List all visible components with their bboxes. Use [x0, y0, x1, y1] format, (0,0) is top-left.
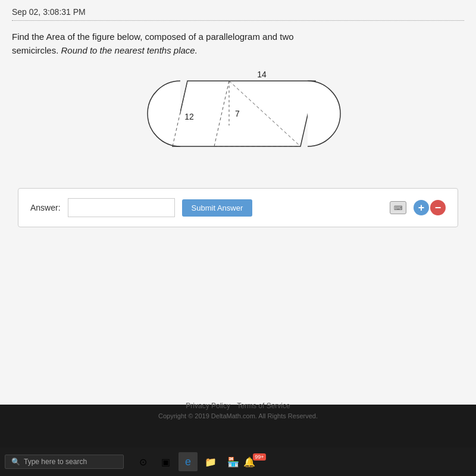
label-12: 12 — [184, 112, 194, 121]
answer-section: Answer: Submit Answer ⌨ + − — [18, 188, 458, 227]
divider — [12, 20, 464, 21]
footer: Privacy Policy Terms of Service Copyrigh… — [0, 402, 476, 419]
svg-marker-0 — [173, 81, 315, 146]
terms-of-service-link[interactable]: Terms of Service — [237, 402, 290, 410]
search-placeholder: Type here to search — [24, 458, 87, 466]
taskbar-edge-icon[interactable]: e — [178, 452, 198, 471]
footer-copyright: Copyright © 2019 DeltaMath.com. All Righ… — [0, 412, 476, 419]
taskbar-icons: ⊙ ▣ e 📁 🏪 🔔 99+ — [133, 452, 265, 471]
problem-text: Find the Area of the figure below, compo… — [12, 30, 464, 57]
submit-button[interactable]: Submit Answer — [182, 199, 253, 217]
problem-line2: semicircles. — [12, 45, 61, 55]
notification-badge: 99+ — [253, 453, 265, 461]
taskbar-notification-area[interactable]: 🔔 99+ — [246, 452, 265, 471]
answer-input[interactable] — [68, 198, 175, 217]
main-content: Sep 02, 3:08:31 PM Find the Area of the … — [0, 0, 476, 405]
taskbar: 🔍 Type here to search ⊙ ▣ e 📁 🏪 🔔 99+ — [0, 447, 476, 476]
answer-label: Answer: — [30, 203, 61, 212]
plus-minus-buttons: + − — [414, 200, 446, 215]
figure-container: 14 12 7 — [12, 69, 464, 170]
keyboard-icon[interactable]: ⌨ — [390, 201, 406, 214]
problem-line1: Find the Area of the figure below, compo… — [12, 32, 294, 42]
label-7: 7 — [235, 109, 240, 118]
privacy-policy-link[interactable]: Privacy Policy — [186, 402, 230, 410]
label-14: 14 — [257, 70, 267, 79]
figure-svg: 14 12 7 — [125, 69, 351, 170]
search-icon: 🔍 — [11, 458, 20, 466]
minus-button[interactable]: − — [430, 200, 446, 215]
taskbar-cortana-icon[interactable]: ▣ — [156, 452, 175, 471]
taskbar-store-icon[interactable]: 🏪 — [224, 452, 243, 471]
problem-italic: Round to the nearest tenths place. — [61, 45, 198, 55]
taskbar-folder-icon[interactable]: 📁 — [201, 452, 220, 471]
taskbar-search[interactable]: 🔍 Type here to search — [5, 455, 124, 469]
taskbar-windows-icon[interactable]: ⊙ — [133, 452, 152, 471]
plus-button[interactable]: + — [414, 200, 429, 215]
footer-links: Privacy Policy Terms of Service — [0, 402, 476, 410]
timestamp: Sep 02, 3:08:31 PM — [12, 7, 464, 17]
